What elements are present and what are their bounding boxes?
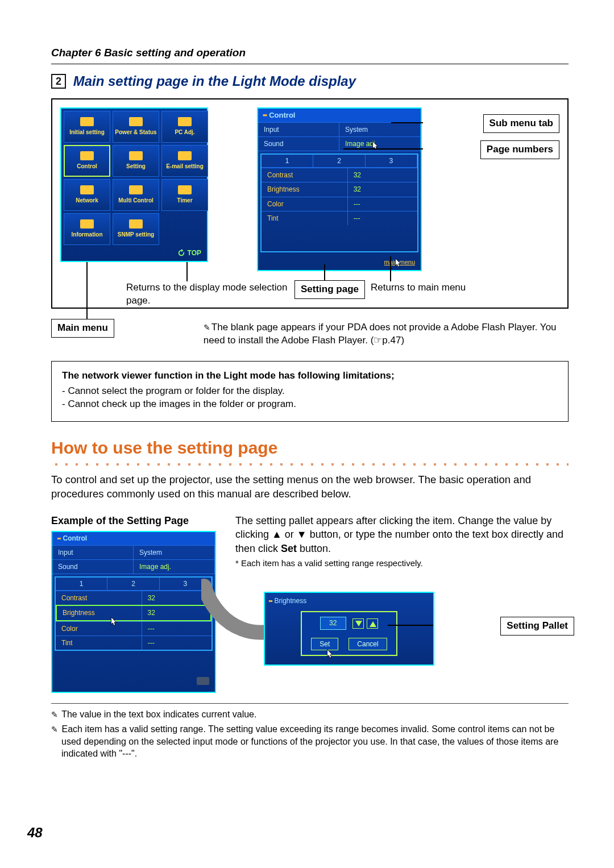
page-2[interactable]: 2 (107, 578, 159, 591)
page-number: 48 (27, 824, 43, 842)
chapter-heading: Chapter 6 Basic setting and operation (51, 45, 569, 60)
note-pda: ✎The blank page appears if your PDA does… (204, 321, 569, 347)
info-icon (80, 219, 94, 229)
leader-line (391, 122, 423, 123)
callout-main-menu: Main menu (51, 319, 114, 338)
row-label: Contrast (56, 591, 142, 605)
row-tint[interactable]: Tint--- (56, 636, 211, 650)
row-contrast[interactable]: Contrast32 (56, 591, 211, 605)
footnote-text: Each item has a valid setting range. The… (61, 724, 558, 758)
row-brightness[interactable]: Brightness32 (56, 605, 211, 621)
pencil-icon: ✎ (51, 710, 58, 719)
pallet-title: ▪▪Brightness (268, 596, 430, 605)
example-note: * Each item has a valid setting range re… (235, 558, 569, 569)
limitations-box: The network viewer function in the Light… (51, 361, 569, 422)
sub-menu-tabs: Input System Sound Image adj. (258, 122, 421, 151)
leader-line (86, 262, 88, 319)
dots-icon: ▪▪ (263, 111, 267, 119)
page-1[interactable]: 1 (56, 578, 107, 591)
top-link[interactable]: TOP (177, 248, 201, 258)
caption-returns-main-menu: Returns to main menu (371, 281, 466, 294)
menu-label: E-mail setting (166, 163, 204, 171)
callout-setting-page: Setting page (294, 280, 365, 299)
decrement-button[interactable] (352, 618, 364, 629)
refresh-icon (177, 249, 185, 257)
power-icon (129, 117, 143, 126)
snmp-icon (129, 219, 143, 229)
row-value: 32 (347, 168, 417, 182)
page-3[interactable]: 3 (366, 155, 417, 168)
network-icon (80, 185, 94, 194)
pencil-icon: ✎ (204, 323, 210, 332)
top-label: TOP (188, 248, 201, 258)
row-label: Tint (262, 211, 347, 225)
subtab-input[interactable]: Input (52, 546, 134, 560)
menu-power-status[interactable]: Power & Status (113, 111, 159, 143)
leader-line (186, 262, 188, 281)
divider (51, 703, 569, 704)
menu-initial-setting[interactable]: Initial setting (64, 111, 110, 143)
control-icon (80, 151, 94, 160)
callout-sub-menu-tab: Sub menu tab (483, 114, 559, 133)
note-pda-text: The blank page appears if your PDA does … (204, 322, 557, 346)
subtab-sound[interactable]: Sound (258, 137, 339, 151)
pallet-value-input[interactable]: 32 (320, 617, 346, 629)
menu-label: Power & Status (115, 128, 156, 136)
limitation-item: - Cannot check up the images in the fold… (62, 398, 558, 411)
footnotes: ✎ The value in the text box indicates cu… (51, 708, 569, 759)
page-2[interactable]: 2 (313, 155, 365, 168)
row-label: Brightness (57, 606, 142, 620)
row-value: 32 (142, 606, 211, 620)
divider (51, 64, 569, 64)
row-value: --- (347, 197, 417, 211)
leader-line (388, 625, 433, 626)
menu-label: Network (76, 197, 98, 205)
row-contrast[interactable]: Contrast32 (262, 168, 417, 182)
callout-page-numbers: Page numbers (480, 140, 559, 159)
cursor-icon (393, 258, 404, 268)
row-label: Brightness (262, 182, 347, 196)
example-paragraph: The setting pallet appears after clickin… (235, 514, 569, 555)
subtab-system[interactable]: System (339, 123, 421, 137)
row-value: --- (347, 211, 417, 225)
menu-pc-adj[interactable]: PC Adj. (161, 111, 208, 143)
subtab-sound[interactable]: Sound (52, 560, 134, 574)
menu-network[interactable]: Network (64, 179, 110, 211)
menu-label: Information (72, 231, 103, 239)
row-color[interactable]: Color--- (56, 621, 211, 636)
dots-icon: ▪▪ (57, 534, 61, 542)
control-title-text: Control (269, 111, 295, 119)
control-title: ▪▪Control (258, 109, 421, 122)
menu-control[interactable]: Control (64, 145, 110, 177)
row-tint[interactable]: Tint--- (262, 211, 417, 225)
monitor-icon (178, 117, 192, 126)
clock-icon (178, 185, 192, 194)
menu-snmp-setting[interactable]: SNMP setting (113, 213, 159, 245)
control-title: ▪▪Control (52, 532, 215, 545)
dotted-rule (51, 462, 569, 467)
subtab-input[interactable]: Input (258, 123, 339, 137)
row-label: Tint (56, 636, 142, 650)
row-brightness[interactable]: Brightness32 (262, 182, 417, 196)
pencil-icon: ✎ (51, 725, 58, 734)
increment-button[interactable] (367, 618, 378, 629)
menu-information[interactable]: Information (64, 213, 110, 245)
page-numbers-row: 1 2 3 (262, 155, 417, 168)
menu-email-setting[interactable]: E-mail setting (161, 145, 208, 177)
page-1[interactable]: 1 (262, 155, 313, 168)
dots-icon: ▪▪ (268, 597, 272, 605)
pallet-title-text: Brightness (275, 597, 307, 605)
cursor-icon (109, 616, 119, 626)
section-number-box: 2 (51, 74, 66, 89)
row-value: 32 (347, 182, 417, 196)
row-color[interactable]: Color--- (262, 197, 417, 211)
menu-timer[interactable]: Timer (161, 179, 208, 211)
howto-heading: How to use the setting page (51, 437, 569, 460)
control-title-text: Control (63, 534, 88, 542)
menu-setting[interactable]: Setting (113, 145, 159, 177)
cancel-button[interactable]: Cancel (349, 638, 387, 650)
menu-multi-control[interactable]: Multi Control (113, 179, 159, 211)
subtab-system[interactable]: System (134, 546, 215, 560)
menu-label: Setting (126, 163, 146, 171)
limitation-item: - Cannot select the program or folder fo… (62, 385, 558, 398)
